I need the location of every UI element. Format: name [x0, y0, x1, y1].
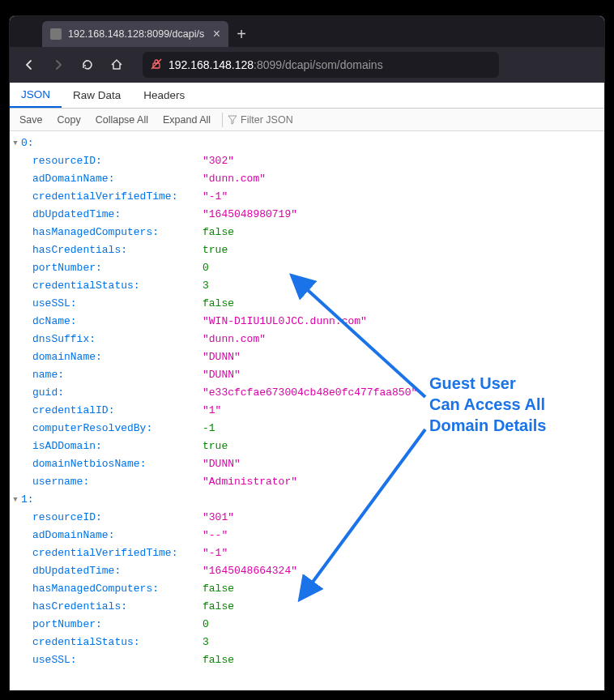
tree-field-row[interactable]: domainNetbiosName"DUNN" [10, 455, 604, 473]
json-key: portNumber [32, 259, 203, 277]
json-value: true [203, 241, 228, 259]
tree-field-row[interactable]: credentialVerifiedTime"-1" [10, 544, 604, 562]
json-value: "--" [203, 527, 228, 544]
tree-field-row[interactable]: hasCredentialstrue [10, 241, 604, 259]
funnel-icon [228, 115, 237, 125]
tree-field-row[interactable]: dbUpdatedTime"1645048980719" [10, 206, 604, 224]
json-value: "WIN-D1IU1UL0JCC.dunn.com" [203, 313, 367, 331]
json-value: "DUNN" [203, 366, 241, 384]
json-key: domainNetbiosName [32, 455, 203, 473]
json-key: domainName [32, 348, 203, 366]
json-value: false [203, 651, 234, 669]
json-key: adDomainName [32, 170, 203, 188]
tree-field-row[interactable]: adDomainName"--" [10, 527, 604, 544]
json-key: hasManagedComputers [32, 580, 203, 598]
new-tab-button[interactable]: + [228, 21, 254, 47]
tree-field-row[interactable]: hasManagedComputersfalse [10, 224, 604, 241]
filter-json[interactable] [228, 114, 322, 126]
json-key: credentialStatus [32, 277, 203, 295]
forward-button[interactable] [45, 52, 71, 78]
json-value: "e33cfcfae673004cb48e0fc477faa850" [203, 384, 417, 402]
json-key: guid [32, 384, 203, 402]
tree-index-row[interactable]: ▼1: [10, 491, 604, 509]
json-value: 3 [203, 277, 209, 295]
tree-field-row[interactable]: credentialStatus3 [10, 634, 604, 651]
json-key: dbUpdatedTime [32, 562, 203, 580]
json-key: credentialID [32, 402, 203, 420]
tree-field-row[interactable]: dbUpdatedTime"1645048664324" [10, 562, 604, 580]
json-key: name [32, 366, 203, 384]
tab-json[interactable]: JSON [10, 83, 62, 108]
json-value: "1645048664324" [203, 562, 297, 580]
json-value: "301" [203, 509, 234, 527]
json-value: "dunn.com" [203, 331, 266, 348]
back-button[interactable] [16, 52, 42, 78]
json-key: username [32, 473, 203, 491]
save-button[interactable]: Save [13, 113, 49, 127]
json-key: hasCredentials [32, 241, 203, 259]
annotation-callout: Guest User Can Access All Domain Details [429, 373, 546, 436]
json-key: isADDomain [32, 438, 203, 455]
tree-field-row[interactable]: domainName"DUNN" [10, 348, 604, 366]
reload-button[interactable] [75, 52, 100, 78]
json-value: false [203, 598, 234, 616]
json-value: true [203, 438, 228, 455]
json-key: useSSL [32, 651, 203, 669]
tab-favicon [50, 28, 62, 40]
json-value: "1645048980719" [203, 206, 297, 224]
json-key: useSSL [32, 295, 203, 313]
json-key: dbUpdatedTime [32, 206, 203, 224]
tree-field-row[interactable]: resourceID"301" [10, 509, 604, 527]
json-key: hasManagedComputers [32, 224, 203, 241]
json-value: false [203, 295, 234, 313]
disclosure-triangle-icon[interactable]: ▼ [10, 491, 21, 509]
home-button[interactable] [104, 52, 130, 78]
tree-field-row[interactable]: resourceID"302" [10, 152, 604, 170]
url-bar[interactable]: 192.168.148.128:8099/dcapi/som/domains [143, 52, 499, 78]
json-key: credentialVerifiedTime [32, 188, 203, 206]
tree-field-row[interactable]: adDomainName"dunn.com" [10, 170, 604, 188]
close-icon[interactable]: × [213, 28, 220, 41]
tree-field-row[interactable]: portNumber0 [10, 259, 604, 277]
tree-field-row[interactable]: username"Administrator" [10, 473, 604, 491]
json-value: false [203, 224, 234, 241]
json-value: 0 [203, 259, 209, 277]
json-key: adDomainName [32, 527, 203, 544]
tree-field-row[interactable]: hasCredentialsfalse [10, 598, 604, 616]
disclosure-triangle-icon[interactable]: ▼ [10, 134, 21, 152]
json-value: 3 [203, 634, 209, 651]
json-value: 0 [203, 616, 209, 634]
json-key: resourceID [32, 152, 203, 170]
tree-field-row[interactable]: portNumber0 [10, 616, 604, 634]
copy-button[interactable]: Copy [51, 113, 87, 127]
tree-field-row[interactable]: dcName"WIN-D1IU1UL0JCC.dunn.com" [10, 313, 604, 331]
tree-field-row[interactable]: hasManagedComputersfalse [10, 580, 604, 598]
json-key: credentialStatus [32, 634, 203, 651]
tree-field-row[interactable]: credentialStatus3 [10, 277, 604, 295]
json-viewer-toolbar: Save Copy Collapse All Expand All [10, 109, 604, 131]
json-key: resourceID [32, 509, 203, 527]
separator [222, 113, 223, 127]
tab-title: 192.168.148.128:8099/dcapi/s [68, 28, 207, 40]
filter-json-input[interactable] [241, 114, 322, 126]
json-value: "Administrator" [203, 473, 297, 491]
collapse-all-button[interactable]: Collapse All [89, 113, 155, 127]
json-value: "-1" [203, 544, 228, 562]
tree-field-row[interactable]: dnsSuffix"dunn.com" [10, 331, 604, 348]
tree-index-row[interactable]: ▼0: [10, 134, 604, 152]
tree-field-row[interactable]: useSSLfalse [10, 295, 604, 313]
tab-headers[interactable]: Headers [132, 83, 196, 108]
json-value: -1 [203, 420, 215, 438]
json-viewer-tabs: JSON Raw Data Headers [10, 83, 604, 109]
json-value: false [203, 580, 234, 598]
json-value: "DUNN" [203, 455, 241, 473]
tree-field-row[interactable]: isADDomaintrue [10, 438, 604, 455]
tree-field-row[interactable]: useSSLfalse [10, 651, 604, 669]
json-index: 1: [21, 491, 34, 509]
browser-tab[interactable]: 192.168.148.128:8099/dcapi/s × [42, 21, 228, 47]
json-index: 0: [21, 134, 34, 152]
tab-raw-data[interactable]: Raw Data [62, 83, 132, 108]
tree-field-row[interactable]: credentialVerifiedTime"-1" [10, 188, 604, 206]
json-key: dnsSuffix [32, 331, 203, 348]
expand-all-button[interactable]: Expand All [156, 113, 217, 127]
